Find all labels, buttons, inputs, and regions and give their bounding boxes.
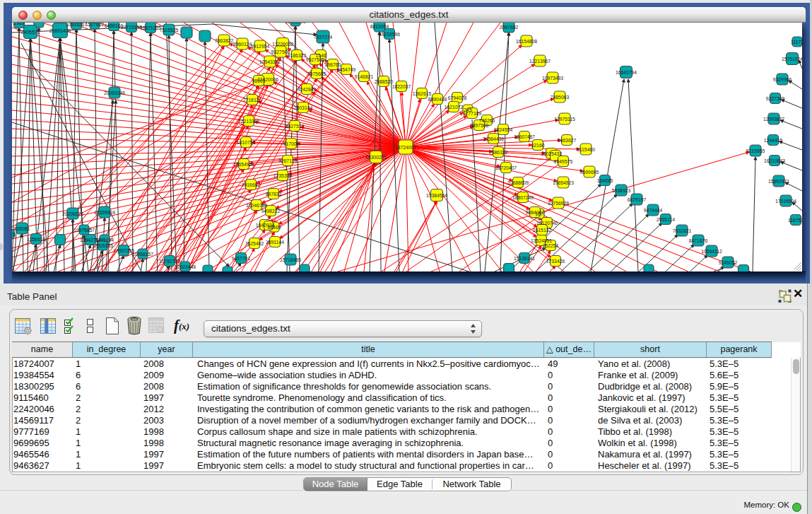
svg-text:15751074: 15751074 (782, 57, 802, 62)
svg-text:19654923: 19654923 (553, 180, 574, 185)
svg-text:10958157: 10958157 (132, 252, 153, 257)
svg-text:10654112: 10654112 (701, 249, 722, 254)
svg-text:12923448: 12923448 (175, 264, 196, 269)
svg-text:252254: 252254 (543, 243, 559, 248)
svg-text:10607487: 10607487 (514, 134, 535, 139)
svg-text:2718126: 2718126 (243, 98, 262, 103)
svg-text:8471676: 8471676 (689, 238, 708, 243)
svg-text:10533267: 10533267 (66, 23, 87, 27)
svg-text:(x): (x) (179, 321, 189, 332)
svg-text:20053346: 20053346 (104, 90, 125, 95)
svg-text:2087682: 2087682 (500, 25, 519, 30)
svg-text:10046788: 10046788 (246, 203, 267, 208)
svg-text:7625402: 7625402 (245, 241, 264, 246)
svg-text:16120746: 16120746 (536, 221, 558, 226)
svg-text:1949575: 1949575 (554, 159, 573, 164)
svg-text:3575685: 3575685 (307, 71, 326, 76)
svg-text:12213967: 12213967 (529, 59, 551, 64)
svg-text:16782759: 16782759 (159, 259, 180, 264)
svg-text:17957255: 17957255 (113, 248, 134, 253)
svg-text:2405571: 2405571 (21, 30, 40, 35)
svg-text:19384554: 19384554 (426, 193, 447, 198)
svg-text:12093872: 12093872 (763, 117, 784, 122)
svg-text:16671355: 16671355 (140, 25, 161, 30)
svg-text:10756928: 10756928 (548, 201, 569, 206)
svg-text:1244415: 1244415 (764, 138, 783, 143)
svg-text:15716485: 15716485 (280, 257, 301, 262)
svg-text:3824554: 3824554 (494, 127, 513, 132)
svg-text:1362615: 1362615 (413, 91, 432, 96)
svg-text:16033809: 16033809 (285, 23, 306, 24)
svg-text:1691144: 1691144 (266, 240, 284, 245)
svg-text:1156619: 1156619 (27, 237, 45, 242)
svg-text:9699695: 9699695 (580, 170, 599, 175)
svg-text:1610755: 1610755 (237, 140, 256, 145)
svg-text:9242843: 9242843 (298, 87, 317, 92)
svg-text:7515525: 7515525 (160, 28, 179, 33)
svg-text:296760: 296760 (325, 62, 341, 67)
svg-text:1235359: 1235359 (273, 173, 293, 178)
svg-text:7357274: 7357274 (314, 35, 333, 40)
svg-text:9245052: 9245052 (719, 260, 738, 265)
svg-text:935061: 935061 (14, 226, 30, 231)
svg-text:1963: 1963 (13, 23, 24, 25)
svg-text:9146821: 9146821 (355, 74, 374, 79)
svg-text:2588520: 2588520 (375, 79, 394, 84)
svg-text:12505135: 12505135 (92, 243, 113, 248)
svg-text:8215955: 8215955 (746, 148, 765, 153)
svg-text:20206576: 20206576 (62, 211, 83, 216)
svg-text:9457791: 9457791 (232, 256, 251, 261)
svg-text:10719155: 10719155 (121, 25, 142, 30)
svg-text:1733426: 1733426 (546, 259, 565, 264)
svg-text:1615132: 1615132 (533, 228, 552, 233)
svg-text:13524851: 13524851 (531, 238, 552, 243)
svg-text:746266: 746266 (479, 118, 495, 123)
svg-text:17016504: 17016504 (775, 199, 796, 204)
svg-text:10975857: 10975857 (73, 228, 95, 233)
svg-text:1916682: 1916682 (242, 182, 261, 187)
svg-text:9498222: 9498222 (261, 209, 281, 214)
svg-text:16210643: 16210643 (764, 158, 785, 163)
svg-text:10688609: 10688609 (507, 180, 529, 185)
svg-text:9327505: 9327505 (306, 57, 325, 62)
svg-text:2935114: 2935114 (657, 217, 675, 222)
svg-text:8186323: 8186323 (288, 53, 307, 58)
svg-text:887833: 887833 (266, 192, 282, 197)
svg-text:9115460: 9115460 (577, 147, 595, 152)
svg-text:7632621: 7632621 (673, 228, 692, 233)
svg-text:17359924: 17359924 (94, 210, 115, 215)
svg-text:98901: 98901 (252, 78, 266, 83)
svg-text:9227349: 9227349 (766, 96, 785, 101)
svg-text:3915: 3915 (12, 232, 16, 237)
svg-text:11173: 11173 (791, 40, 802, 45)
svg-text:9329966: 9329966 (773, 77, 792, 82)
svg-text:8454749: 8454749 (337, 67, 356, 72)
svg-text:9474444: 9474444 (644, 208, 663, 213)
svg-text:6497568: 6497568 (470, 123, 489, 128)
svg-text:8813054: 8813054 (370, 24, 389, 29)
svg-text:88469: 88469 (268, 225, 281, 230)
svg-text:9777169: 9777169 (463, 111, 482, 116)
svg-text:10973493: 10973493 (542, 76, 563, 81)
svg-text:6794028: 6794028 (448, 95, 467, 100)
svg-text:10025433: 10025433 (541, 151, 562, 156)
svg-text:16154808: 16154808 (516, 39, 537, 44)
svg-text:1621072: 1621072 (445, 105, 464, 110)
svg-text:15720407: 15720407 (495, 165, 517, 170)
svg-text:7485063: 7485063 (551, 95, 570, 100)
svg-text:15692971: 15692971 (768, 179, 789, 184)
svg-text:16643794: 16643794 (616, 70, 637, 75)
svg-text:18724007: 18724007 (395, 145, 416, 150)
svg-text:3267110: 3267110 (278, 158, 297, 163)
svg-text:1145194: 1145194 (95, 238, 114, 243)
svg-text:20364436: 20364436 (483, 136, 504, 141)
svg-text:12975115: 12975115 (554, 117, 575, 122)
svg-text:13226058: 13226058 (272, 42, 293, 47)
svg-text:8912954: 8912954 (251, 44, 270, 49)
svg-text:15136141: 15136141 (514, 256, 535, 261)
svg-text:18807249: 18807249 (512, 195, 534, 200)
svg-text:19654923: 19654923 (233, 162, 254, 167)
svg-text:19218596: 19218596 (379, 32, 400, 37)
svg-text:6879197: 6879197 (628, 197, 647, 202)
svg-text:8990448: 8990448 (428, 97, 447, 102)
